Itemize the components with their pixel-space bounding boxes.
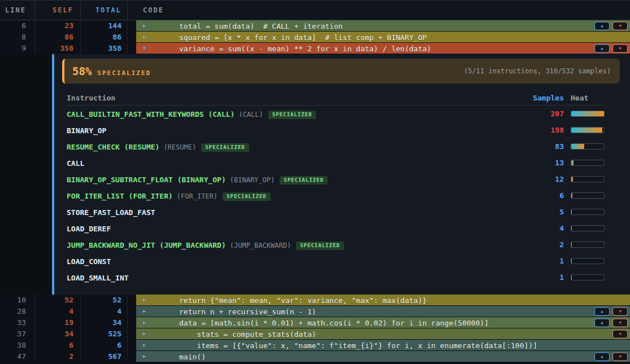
specialized-badge: SPECIALIZED (223, 192, 271, 201)
instruction-row: BINARY_OP 198 (67, 122, 605, 138)
jump-down-button[interactable]: ▼ (612, 44, 628, 52)
instruction-row: STORE_FAST_LOAD_FAST 5 (67, 204, 605, 220)
expanded-line-panel: 58%SPECIALIZED (5/11 instructions, 310/5… (0, 54, 630, 295)
code-cell[interactable]: ▶ total = sum(data) # CALL + iteration ▲… (136, 20, 630, 31)
instruction-row: FOR_ITER_LIST (FOR_ITER)(FOR_ITER)SPECIA… (67, 187, 605, 204)
up-triangle-icon: ▲ (601, 309, 603, 313)
code-cell[interactable]: ▶ squared = [x * x for x in data] # list… (136, 32, 630, 42)
expand-arrow-icon[interactable]: ▶ (143, 343, 146, 348)
expand-arrow-icon[interactable]: ▶ (143, 298, 146, 302)
samples-value: 6 (524, 191, 564, 200)
row-buttons: ▲ ▼ (594, 352, 628, 361)
total-samples: 358 (81, 43, 128, 54)
samples-value: 2 (524, 240, 564, 249)
specialization-percent: 58% (72, 65, 92, 77)
jump-down-button[interactable]: ▼ (612, 330, 628, 338)
samples-value: 1 (524, 273, 564, 282)
samples-value: 83 (524, 142, 564, 151)
profiler-window: LINE SELF TOTAL CODE 6 23 144 ▶ total = … (0, 0, 630, 364)
down-triangle-icon: ▼ (619, 46, 621, 50)
instruction-row: LOAD_DEREF 4 (67, 220, 605, 236)
code-text: data = [math.sin(i * 0.01) + math.cos(i … (179, 318, 489, 327)
instruction-row: LOAD_SMALL_INT 1 (67, 269, 605, 286)
row-buttons: ▼ (612, 330, 628, 338)
jump-down-button[interactable]: ▼ (612, 21, 628, 30)
jump-up-button[interactable]: ▲ (594, 318, 610, 327)
expand-arrow-icon[interactable]: ▶ (143, 35, 146, 40)
heat-column-header: Heat (571, 94, 605, 102)
heat-bar (571, 242, 605, 248)
instruction-name: FOR_ITER_LIST (FOR_ITER) (67, 192, 173, 200)
code-row: 10 52 52 ▶ return {"mean": mean, "var": … (0, 295, 630, 306)
heat-bar (571, 274, 605, 280)
code-text: stats = compute_stats(data) (179, 330, 316, 338)
up-triangle-icon: ▲ (601, 321, 603, 324)
jump-down-button[interactable]: ▼ (612, 307, 628, 315)
line-number: 9 (0, 43, 35, 54)
samples-value: 207 (524, 109, 564, 118)
jump-down-button[interactable]: ▼ (612, 352, 628, 361)
code-cell[interactable]: ▶ return {"mean": mean, "var": variance,… (136, 295, 630, 305)
row-buttons: ▲ ▼ (594, 307, 628, 315)
code-row: 33 19 34 ▶ data = [math.sin(i * 0.01) + … (0, 317, 630, 328)
expand-arrow-icon[interactable]: ▶ (143, 309, 146, 314)
heat-bar (571, 160, 605, 166)
instruction-name: LOAD_SMALL_INT (67, 274, 129, 282)
instruction-name: STORE_FAST_LOAD_FAST (67, 208, 155, 217)
instruction-base-name: (CALL) (238, 111, 263, 119)
samples-value: 4 (524, 224, 564, 233)
jump-up-button[interactable]: ▲ (594, 21, 610, 30)
expand-arrow-icon[interactable]: ▼ (143, 46, 146, 51)
instruction-table: Instruction Samples Heat CALL_BUILTIN_FA… (67, 90, 605, 286)
panel-left-gutter (0, 54, 52, 295)
line-number: 28 (0, 306, 35, 317)
heat-bar (571, 258, 605, 264)
instruction-base-name: (RESUME) (163, 143, 196, 151)
total-samples: 567 (81, 351, 128, 362)
code-cell[interactable]: ▶ data = [math.sin(i * 0.01) + math.cos(… (136, 317, 630, 328)
row-buttons: ▲ ▼ (594, 44, 628, 52)
instruction-name: CALL_BUILTIN_FAST_WITH_KEYWORDS (CALL) (67, 110, 234, 119)
down-triangle-icon: ▼ (619, 332, 621, 336)
specialized-badge: SPECIALIZED (280, 176, 328, 185)
line-number: 33 (0, 317, 35, 328)
expand-arrow-icon[interactable]: ▶ (143, 332, 146, 336)
heat-bar-fill (571, 160, 573, 165)
jump-up-button[interactable]: ▲ (594, 352, 610, 361)
jump-down-button[interactable]: ▼ (612, 318, 628, 327)
self-samples: 19 (35, 317, 81, 328)
instruction-table-header: Instruction Samples Heat (67, 90, 605, 106)
instruction-name: RESUME_CHECK (RESUME) (67, 143, 159, 151)
line-number: 37 (0, 328, 35, 340)
code-cell[interactable]: ▶ stats = compute_stats(data) ▼ (136, 328, 630, 339)
expand-arrow-icon[interactable]: ▶ (143, 321, 146, 325)
code-text: squared = [x * x for x in data] # list c… (179, 33, 427, 41)
instruction-base-name: (FOR_ITER) (177, 192, 218, 200)
specialized-badge: SPECIALIZED (268, 111, 316, 119)
expand-arrow-icon[interactable]: ▶ (143, 354, 146, 359)
line-number: 6 (0, 20, 35, 32)
samples-value: 5 (524, 208, 564, 216)
panel-content: 58%SPECIALIZED (5/11 instructions, 310/5… (54, 54, 630, 295)
code-row: 47 2 567 ▶ main() ▲ ▼ (0, 351, 630, 362)
jump-up-button[interactable]: ▲ (594, 44, 610, 52)
instruction-name: LOAD_CONST (67, 257, 111, 266)
total-samples: 4 (81, 306, 128, 317)
code-cell[interactable]: ▼ variance = sum((x - mean) ** 2 for x i… (136, 43, 630, 54)
heat-bar-fill (571, 128, 602, 133)
specialized-badge: SPECIALIZED (296, 242, 344, 250)
up-triangle-icon: ▲ (601, 354, 603, 358)
expand-arrow-icon[interactable]: ▶ (143, 24, 146, 28)
code-cell[interactable]: ▶ items = [{"value": x, "name": f"item_{… (136, 340, 630, 350)
self-samples: 4 (35, 306, 81, 317)
jump-up-button[interactable]: ▲ (594, 307, 610, 315)
instruction-column-header: Instruction (67, 94, 524, 102)
self-samples: 86 (35, 32, 81, 43)
down-triangle-icon: ▼ (619, 24, 621, 28)
total-samples: 34 (81, 317, 128, 328)
self-samples: 6 (35, 340, 81, 351)
code-text: return n + recursive_sum(n - 1) (179, 307, 316, 315)
code-cell[interactable]: ▶ main() ▲ ▼ (136, 351, 630, 362)
code-cell[interactable]: ▶ return n + recursive_sum(n - 1) ▲ ▼ (136, 306, 630, 317)
heat-bar (571, 225, 605, 231)
